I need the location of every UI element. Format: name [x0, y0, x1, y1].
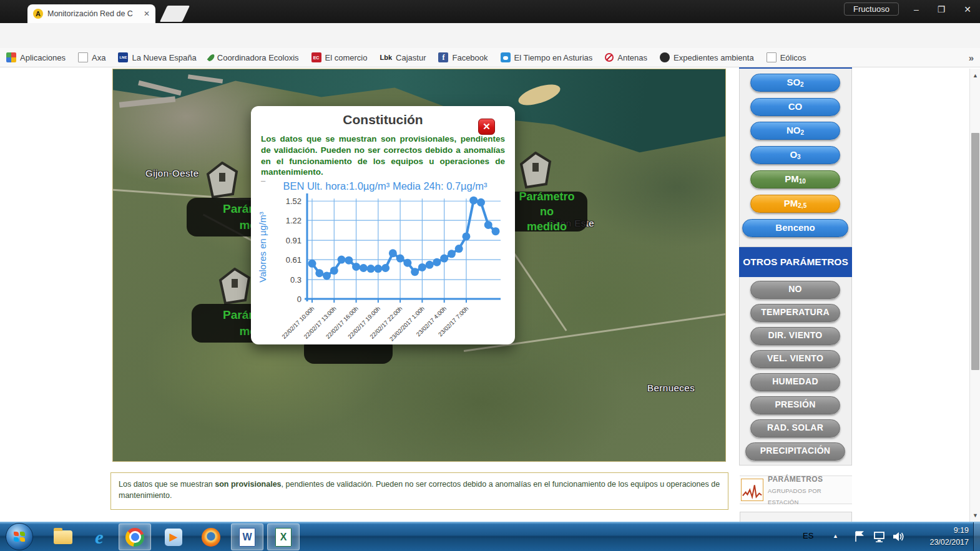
windows-taskbar: e ▶ W X ES ▲ 9:19 23/02/2017: [0, 522, 980, 551]
map-label-bernueces: Bernueces: [647, 383, 695, 393]
start-button[interactable]: [6, 523, 33, 550]
asturias-favicon-icon: A: [33, 9, 43, 19]
mini-chart-icon: [741, 479, 763, 501]
browser-navbar: ← → ⟳ ⌂ i tematico.asturias.es/cecomaweb…: [0, 23, 980, 48]
scroll-down-icon[interactable]: ▼: [970, 510, 980, 520]
taskbar-icon-explorer[interactable]: [47, 524, 79, 550]
lbk-icon: Lbk: [380, 52, 392, 62]
chart-title: BEN Ult. hora:1.0µg/m³ Media 24h: 0.7µg/…: [263, 180, 507, 192]
bookmark-ecoloxista[interactable]: Coordinadora Ecoloxis: [209, 53, 299, 62]
modal-title: Constitución: [251, 112, 515, 127]
profile-button[interactable]: Fructuoso: [844, 2, 899, 16]
svg-text:0.3: 0.3: [290, 275, 301, 285]
bookmark-expedientes[interactable]: Expedientes ambienta: [660, 52, 754, 62]
network-icon[interactable]: [873, 530, 886, 543]
station-modal: Constitución ✕ Los datos que se muestran…: [251, 106, 515, 344]
no-antenna-icon: [605, 53, 614, 62]
leaf-icon: [207, 53, 215, 62]
close-icon: ✕: [483, 121, 491, 132]
bookmark-axa[interactable]: Axa: [78, 52, 105, 62]
clock-time: 9:19: [929, 525, 969, 537]
minimize-button[interactable]: –: [910, 4, 923, 14]
volume-icon[interactable]: [891, 530, 905, 543]
bookmark-lne[interactable]: LNE La Nueva España: [118, 52, 196, 62]
bookmarks-bar: Aplicaciones Axa LNE La Nueva España Coo…: [0, 48, 980, 67]
station-marker-shield-icon[interactable]: [519, 152, 552, 189]
scrollbar-thumb[interactable]: [971, 133, 979, 370]
station-marker-shield-icon[interactable]: [218, 268, 252, 305]
others-parameters-header: OTROS PARÁMETROS: [739, 247, 852, 277]
new-tab-button[interactable]: [160, 6, 190, 22]
map-label-gijon-oeste: Gijon-Oeste: [145, 168, 199, 178]
page-icon: [767, 52, 777, 62]
scroll-up-icon[interactable]: ▲: [970, 70, 980, 80]
taskbar-icon-chrome[interactable]: [119, 524, 151, 550]
restore-button[interactable]: ❐: [934, 4, 949, 14]
lne-icon: LNE: [118, 52, 128, 62]
browser-tab[interactable]: A Monitorización Red de C ✕: [27, 4, 155, 23]
grouped-parameters-link[interactable]: PARÁMETROS AGRUPADOS POR ESTACIÓN: [740, 475, 852, 504]
benzene-line-chart: 00.30.610.911.221.5222/02/17 10:00h22/02…: [256, 192, 509, 342]
bookmark-eolicos[interactable]: Eólicos: [767, 52, 806, 62]
harbor-pier: [119, 96, 175, 107]
param-button-rad-solar[interactable]: RAD. SOLAR: [750, 419, 840, 437]
param-button-no[interactable]: NO: [750, 281, 840, 299]
browser-titlebar: A Monitorización Red de C ✕ Fructuoso – …: [0, 0, 980, 23]
tab-title: Monitorización Red de C: [47, 9, 139, 18]
svg-text:1.52: 1.52: [286, 197, 301, 206]
desktop-screen: A Monitorización Red de C ✕ Fructuoso – …: [0, 0, 980, 551]
taskbar-icon-firefox[interactable]: [195, 524, 227, 550]
taskbar-icon-word[interactable]: W: [231, 524, 263, 550]
param-button-presion[interactable]: PRESIÓN: [750, 396, 840, 414]
footer-disclaimer: Los datos que se muestran son provisiona…: [110, 472, 728, 510]
svg-text:0.61: 0.61: [286, 255, 301, 265]
svg-text:1.22: 1.22: [286, 216, 301, 225]
bookmark-apps[interactable]: Aplicaciones: [6, 52, 66, 62]
pollutant-button-no2[interactable]: NO2: [750, 122, 840, 140]
page-icon: [78, 52, 88, 62]
svg-text:0.91: 0.91: [286, 236, 301, 245]
taskbar-icon-media-player[interactable]: ▶: [157, 524, 190, 550]
clock-date: 23/02/2017: [929, 537, 969, 549]
bookmark-elcomercio[interactable]: EC El comercio: [311, 52, 368, 62]
dark-circle-icon: [660, 52, 670, 62]
bookmark-tiempo[interactable]: El Tiempo en Asturias: [501, 52, 593, 62]
tray-expand-icon[interactable]: ▲: [833, 533, 838, 539]
svg-text:Valores en µg/m³: Valores en µg/m³: [257, 212, 268, 282]
page-scrollbar[interactable]: ▲ ▼: [969, 69, 980, 522]
station-marker-shield-icon[interactable]: [205, 162, 239, 199]
param-button-dir-viento[interactable]: DIR. VIENTO: [750, 327, 840, 345]
sidebar-bottom-panel-partial: [740, 512, 852, 522]
svg-text:0: 0: [297, 295, 301, 304]
language-indicator[interactable]: ES: [803, 531, 813, 540]
pollutant-button-co[interactable]: CO: [750, 98, 840, 116]
action-center-flag-icon[interactable]: [854, 530, 865, 543]
param-button-temperatura[interactable]: TEMPERATURA: [750, 304, 840, 322]
apps-grid-icon: [6, 52, 16, 62]
tab-close-icon[interactable]: ✕: [144, 9, 150, 18]
param-button-humedad[interactable]: HUMEDAD: [750, 373, 840, 391]
param-button-vel-viento[interactable]: VEL. VIENTO: [750, 350, 840, 368]
show-desktop-button[interactable]: [973, 522, 980, 551]
bookmark-cajastur[interactable]: Lbk Cajastur: [380, 52, 426, 62]
param-button-precipitacion[interactable]: PRECIPITACIÓN: [745, 442, 845, 461]
close-button[interactable]: ✕: [960, 4, 975, 14]
taskbar-icon-internet-explorer[interactable]: e: [83, 524, 115, 550]
facebook-icon: f: [438, 52, 448, 62]
windows-logo-icon: [14, 532, 25, 542]
bookmark-facebook[interactable]: f Facebook: [438, 52, 488, 62]
pollutant-button-pm25[interactable]: PM2,5: [750, 195, 840, 213]
pollutant-button-pm10[interactable]: PM10: [750, 170, 840, 188]
modal-close-button[interactable]: ✕: [478, 119, 495, 135]
weather-icon: [501, 52, 511, 62]
ec-icon: EC: [311, 52, 321, 62]
modal-disclaimer: Los datos que se muestran son provisiona…: [261, 134, 505, 178]
pollutant-button-so2[interactable]: SO2: [750, 74, 840, 92]
pollutant-button-o3[interactable]: O3: [750, 146, 840, 164]
pollutant-button-benceno[interactable]: Benceno: [742, 219, 848, 237]
bookmarks-overflow-icon[interactable]: »: [969, 52, 974, 63]
page-content: Gijon-Oeste Gijon Este Bernueces Parámet…: [0, 67, 980, 522]
taskbar-clock[interactable]: 9:19 23/02/2017: [929, 525, 969, 549]
bookmark-antenas[interactable]: Antenas: [605, 53, 647, 62]
taskbar-icon-excel[interactable]: X: [267, 524, 300, 550]
